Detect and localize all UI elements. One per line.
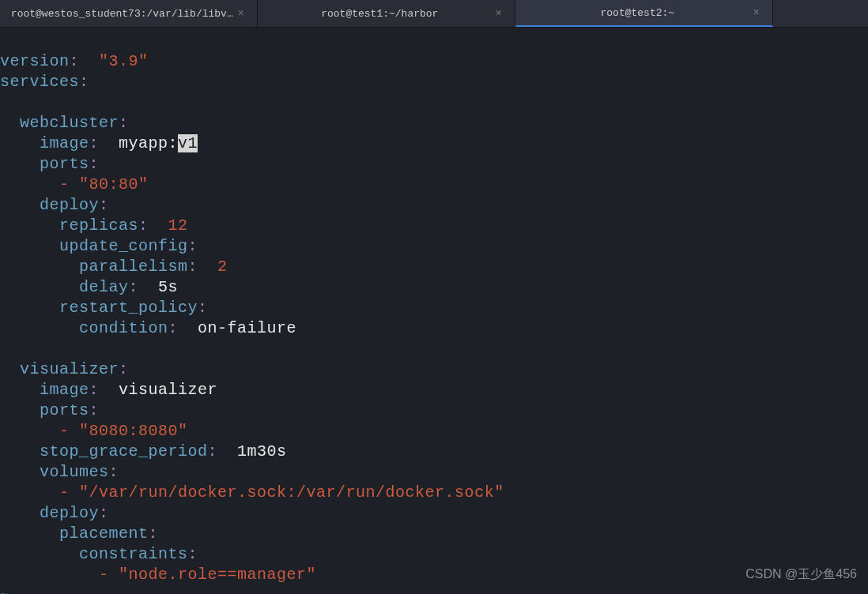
yaml-value: "8080:8080" [79,422,188,440]
yaml-key: deploy [40,504,99,522]
yaml-value: myapp: [119,134,178,152]
cursor: v1 [178,134,198,152]
tab-title: root@test1:~/harbor [267,8,492,20]
yaml-value: "3.9" [99,52,149,70]
yaml-value: "80:80" [79,175,149,194]
tab-title: root@test2:~ [525,7,750,19]
yaml-key: delay [79,278,129,296]
tab-1[interactable]: root@westos_student73:/var/lib/libv… × [0,0,258,27]
tab-2[interactable]: root@test1:~/harbor × [258,0,515,27]
yaml-key: image [40,381,89,399]
close-icon[interactable]: × [235,7,247,20]
yaml-value: "node.role==manager" [119,566,316,584]
yaml-key: webcluster [20,114,119,132]
yaml-key: constraints [79,545,188,563]
yaml-key: stop_grace_period [40,442,208,461]
yaml-value: 1m30s [237,442,287,461]
yaml-key: condition [79,319,168,337]
yaml-key: ports [40,155,89,173]
yaml-key: volumes [40,463,109,481]
yaml-key: services [0,73,79,91]
yaml-key: visualizer [20,360,119,378]
editor-content[interactable]: version: "3.9" services: webcluster: ima… [0,28,868,594]
yaml-key: restart_policy [59,299,198,317]
watermark: CSDN @玉少鱼456 [745,566,857,583]
yaml-value: 12 [168,216,188,235]
yaml-key: ports [40,401,89,419]
yaml-value: on-failure [198,319,296,337]
yaml-key: version [0,52,70,70]
close-icon[interactable]: × [492,7,505,20]
yaml-key: deploy [40,196,99,214]
yaml-value: 5s [158,278,178,296]
tab-title: root@westos_student73:/var/lib/libv… [9,8,235,20]
yaml-key: replicas [59,216,138,235]
tab-3[interactable]: root@test2:~ × [515,0,773,27]
yaml-value: "/var/run/docker.sock:/var/run/docker.so… [79,483,504,502]
vim-tilde: ~ [0,586,10,594]
yaml-key: parallelism [79,258,188,276]
yaml-key: placement [59,524,149,543]
close-icon[interactable]: × [750,6,763,19]
yaml-key: update_config [59,237,188,255]
yaml-key: image [40,134,89,152]
yaml-value: visualizer [119,381,217,399]
tab-bar: root@westos_student73:/var/lib/libv… × r… [0,0,868,28]
yaml-value: 2 [217,258,228,276]
